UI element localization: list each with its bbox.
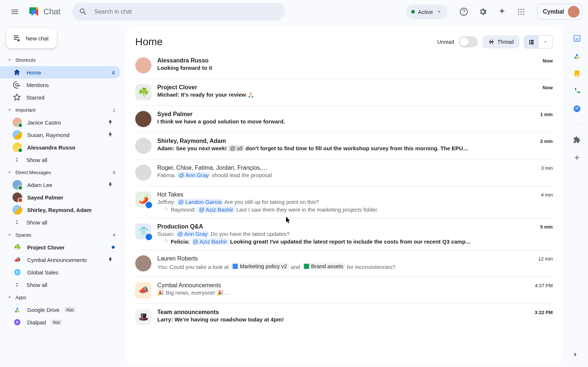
section-shortcuts[interactable]: Shortcuts [0,54,125,66]
dm-shirley-group[interactable]: Shirley, Raymond, Adam [0,204,121,216]
calendar-button[interactable]: 31 [573,34,581,43]
conversation-row[interactable]: Alessandra RussoNow Looking forward to i… [135,52,553,79]
new-chat-button[interactable]: New chat [6,28,57,48]
drive-button[interactable] [573,51,581,60]
conversation-row[interactable]: 📣 Cymbal Announcements4:37 PM 🎉 Big news… [135,277,553,304]
conversation-row[interactable]: ☘️ Project CloverNow Michael: It's ready… [135,79,553,106]
dm-sayed[interactable]: Sayed Palmer [0,191,121,204]
conversation-row[interactable]: 🌶️ Hot Takes4 min Jeffrey: @ Landon Garc… [135,186,553,218]
conversation-row[interactable]: Shirley, Raymond, Adam2 min Adam: See yo… [135,133,553,159]
emoji-icon: 👕 [139,227,148,236]
avatar [12,118,22,127]
conv-time: 4:37 PM [535,283,553,288]
mention-chip: @ all [228,145,244,151]
section-apps[interactable]: Apps [0,291,125,303]
unread-label: Unread [437,39,454,45]
file-chip[interactable]: Marketing policy v2 [230,263,289,270]
pin-icon [106,130,115,139]
view-list-button[interactable] [524,36,538,48]
file-chip[interactable]: Brand assets [302,263,346,270]
conv-message: Looking forward to it [157,65,553,71]
svg-point-6 [518,14,519,15]
conv-time: 5 min [540,224,553,230]
status-selector[interactable]: Active [406,4,448,19]
drive-icon [12,306,22,313]
show-all-dms[interactable]: Show all [0,216,125,229]
svg-point-4 [521,11,522,12]
dm-susan-raymond[interactable]: Susan, Raymond [0,129,121,141]
sparkle-icon [498,7,506,16]
space-avatar: 📣 [135,282,151,298]
conversation-row[interactable]: Syed Palmer1 min I think we have a good … [135,106,553,133]
dm-alessandra[interactable]: Alessandra Russo [0,141,121,154]
space-global-sales[interactable]: 🌐 Global Sales [0,266,121,278]
conv-message: Jeffrey: @ Landon Garcia Are you still u… [157,199,553,205]
nav-label: Cymbal Announcements [27,257,87,263]
conv-time: 3 min [541,165,553,171]
space-clover[interactable]: ☘️ Project Clover [0,241,121,253]
chevron-down-icon [7,169,12,175]
add-button[interactable] [573,153,581,162]
nav-home[interactable]: Home 4 [0,66,121,79]
section-count: 8 [113,170,119,175]
emoji-icon: 🎩 [139,312,148,322]
google-apps-button[interactable] [512,3,530,21]
conversation-row[interactable]: 🎩 Team announcements3:22 PM Larry: We're… [135,304,553,330]
extensions-button[interactable] [573,136,581,144]
keep-button[interactable] [573,69,581,78]
drive-icon [573,52,581,60]
dialpad-icon [12,319,22,326]
conversation-row[interactable]: 👕 Production Q&A5 min Susan: @ Ann Gray … [135,218,553,250]
view-dropdown-button[interactable] [538,36,552,48]
doc-icon [233,264,238,269]
nav-label: Project Clover [27,244,65,251]
conversation-row[interactable]: Roger, Chloe, Fatima, Jordan, Françios,…… [135,159,553,186]
conv-name: Shirley, Raymond, Adam [157,138,226,144]
nav-mentions[interactable]: Mentions [0,79,121,91]
search-bar[interactable] [72,3,285,21]
expand-icon [12,155,21,164]
conv-time: Now [543,85,553,90]
dm-adam[interactable]: Adam Lee [0,179,121,191]
show-all-important[interactable]: Show all [0,154,125,166]
conv-message: I think we have a good solution to move … [157,118,553,125]
main-menu-button[interactable] [6,3,24,21]
keep-icon [573,69,581,78]
gemini-button[interactable] [493,3,511,21]
phone-button[interactable] [573,87,581,96]
section-spaces[interactable]: Spaces 4 [0,229,125,241]
show-all-spaces[interactable]: Show all [0,278,125,291]
expand-icon [12,218,21,227]
dm-janice[interactable]: Janice Castro [0,116,121,129]
tasks-button[interactable] [573,104,581,113]
section-dms[interactable]: Direct Messages 8 [0,166,125,179]
settings-button[interactable] [474,3,492,21]
chat-logo-icon [26,4,41,19]
section-important[interactable]: Important 1 [0,104,125,116]
conversation-list: Alessandra RussoNow Looking forward to i… [125,52,563,364]
conv-time: 3:22 PM [535,310,553,315]
conversation-row[interactable]: Lauren Roberts12 min You: Could you take… [135,250,553,277]
section-label: Shortcuts [15,57,36,63]
unread-toggle[interactable] [459,36,478,47]
app-dialpad[interactable]: Dialpad App [0,316,121,328]
help-button[interactable] [455,3,473,21]
user-avatar [568,6,580,18]
space-avatar: 🌶️ [135,191,151,208]
expand-rail-button[interactable] [568,347,583,362]
avatar [135,111,151,127]
account-chip[interactable]: Cymbal [537,4,582,20]
search-input[interactable] [91,8,282,15]
at-icon [12,80,21,89]
nav-starred[interactable]: Starred [0,91,121,104]
space-announcements[interactable]: 📣 Cymbal Announcements [0,253,121,266]
rail-separator [573,124,581,125]
svg-point-2 [523,9,524,10]
svg-point-8 [523,14,524,15]
search-button[interactable] [75,4,91,20]
avatar [135,57,151,73]
app-drive[interactable]: Google Drive App [0,303,121,316]
thread-filter-button[interactable]: Thread [482,35,520,48]
conv-message: Larry: We're having our roadshow today a… [157,316,553,323]
calendar-icon: 31 [573,34,581,42]
